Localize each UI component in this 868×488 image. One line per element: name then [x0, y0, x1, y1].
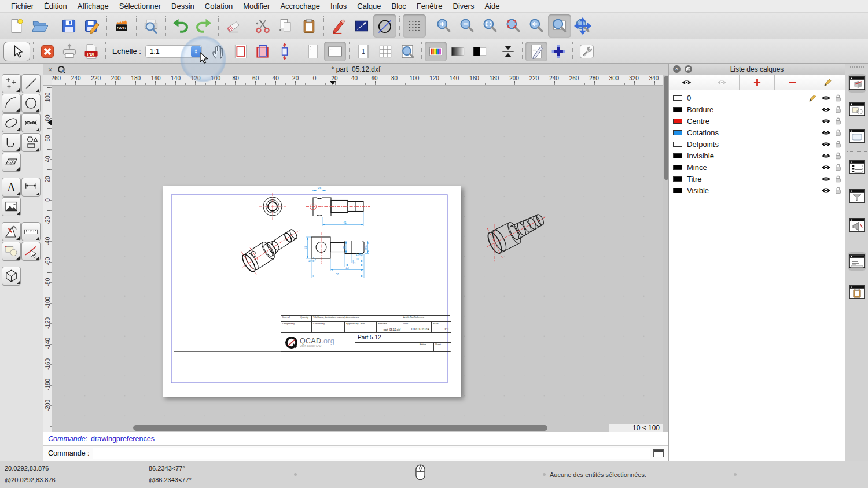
zoom-out-button[interactable] [455, 14, 479, 38]
polyline-tools-button[interactable] [2, 133, 21, 152]
layer-color-swatch[interactable] [673, 130, 682, 135]
dock-drag-handle[interactable] [850, 66, 864, 68]
layer-visibility-eye-icon[interactable] [821, 95, 831, 101]
spline-tools-button[interactable] [21, 113, 41, 132]
drawing-preferences-button[interactable] [525, 42, 547, 61]
horizontal-scrollbar[interactable]: 10 < 100 [52, 424, 663, 432]
print-preview-button[interactable] [139, 14, 163, 38]
viewport-arrows-button[interactable] [274, 42, 296, 61]
point-tools-button[interactable] [2, 74, 21, 93]
layer-visibility-eye-icon[interactable] [821, 176, 831, 182]
zoom-auto-button[interactable] [479, 14, 502, 38]
menu-modifier[interactable]: Modifier [238, 2, 275, 10]
grayscale-mode-button[interactable] [447, 42, 469, 61]
block-list-panel-icon[interactable] [848, 100, 866, 119]
layer-lock-icon[interactable] [835, 117, 841, 125]
layer-color-swatch[interactable] [673, 153, 682, 158]
layer-row-0[interactable]: 0 [669, 92, 845, 103]
ortho-circle-button[interactable] [373, 14, 396, 38]
hatch-tool-button[interactable] [2, 153, 21, 172]
redo-button[interactable] [192, 14, 215, 38]
line-tools-button[interactable] [21, 74, 41, 93]
zoom-window-button[interactable] [548, 14, 571, 38]
color-mode-button[interactable] [425, 42, 447, 61]
save-as-button[interactable] [80, 14, 104, 38]
layer-visibility-eye-icon[interactable] [821, 187, 831, 194]
block-tools-button[interactable] [2, 242, 21, 261]
new-file-button[interactable] [5, 14, 28, 38]
save-button[interactable] [57, 14, 80, 38]
layer-color-swatch[interactable] [673, 176, 682, 182]
menu-accrochage[interactable]: Accrochage [275, 2, 325, 10]
page-single-button[interactable]: 1 [352, 42, 374, 61]
layer-remove-button[interactable] [775, 75, 810, 90]
menu-affichage[interactable]: Affichage [72, 2, 114, 10]
notify-panel-icon[interactable] [848, 216, 866, 234]
layer-row-bordure[interactable]: Bordure [669, 103, 845, 115]
preview-panel-icon[interactable] [848, 127, 866, 145]
shape-tools-button[interactable] [21, 133, 41, 152]
eraser-button[interactable] [222, 14, 245, 38]
dimension-tools-button[interactable] [21, 178, 41, 197]
layer-panel-close-icon[interactable]: × [673, 65, 681, 73]
scale-combobox[interactable]: 1:1 ▲▼ [145, 45, 202, 58]
measure-tools-button[interactable] [21, 222, 41, 241]
layer-visibility-eye-icon[interactable] [821, 106, 831, 113]
arc-tools-button[interactable] [2, 94, 21, 113]
pan-hand-button[interactable] [208, 42, 230, 61]
app-preferences-button[interactable] [576, 42, 598, 61]
pan-zoom-button[interactable] [571, 14, 594, 38]
layer-color-swatch[interactable] [673, 142, 682, 147]
menu-bloc[interactable]: Bloc [386, 2, 411, 10]
reset-cancel-button[interactable] [36, 42, 58, 61]
circle-tools-button[interactable] [21, 94, 41, 113]
layer-color-swatch[interactable] [673, 165, 682, 170]
cut-button[interactable] [251, 14, 274, 38]
paper-border-button[interactable] [230, 42, 252, 61]
blackwhite-mode-button[interactable] [469, 42, 491, 61]
selection-pointer-button[interactable] [3, 42, 30, 61]
layer-lock-icon[interactable] [835, 151, 841, 160]
menu-calque[interactable]: Calque [352, 2, 386, 10]
layer-lock-icon[interactable] [835, 128, 841, 136]
copy-button[interactable] [274, 14, 297, 38]
vertical-scrollbar-thumb[interactable] [664, 76, 668, 180]
drafting-tools-button[interactable] [2, 222, 21, 241]
scale-stepper-icon[interactable]: ▲▼ [191, 46, 201, 57]
modify-tools-button[interactable] [21, 242, 41, 261]
property-editor-panel-icon[interactable] [848, 74, 866, 93]
menu-divers[interactable]: Divers [448, 2, 480, 10]
menu-dessin[interactable]: Dessin [166, 2, 200, 10]
page-grid-button[interactable] [374, 42, 396, 61]
zoom-page-button[interactable] [396, 42, 418, 61]
layer-row-titre[interactable]: Titre [669, 173, 845, 184]
layer-lock-icon[interactable] [835, 186, 841, 194]
image-tool-button[interactable] [2, 197, 21, 216]
command-line-panel-icon[interactable] [848, 252, 866, 271]
pdf-export-button[interactable]: PDF [80, 42, 102, 61]
layer-lock-icon[interactable] [835, 94, 841, 102]
menu-fentre[interactable]: Fenêtre [411, 2, 448, 10]
filter-panel-icon[interactable] [848, 187, 866, 205]
page-landscape-button[interactable] [324, 42, 346, 61]
solid-tools-button[interactable] [2, 267, 21, 286]
layer-color-swatch[interactable] [673, 107, 682, 112]
tool-matrix-button[interactable] [403, 14, 426, 38]
clipboard-panel-panel-icon[interactable] [848, 283, 866, 301]
zoom-in-button[interactable] [432, 14, 455, 38]
paste-button[interactable] [297, 14, 321, 38]
edit-properties-button[interactable] [327, 14, 350, 38]
command-input[interactable] [93, 448, 650, 459]
menu-cotation[interactable]: Cotation [200, 2, 238, 10]
print-button[interactable] [58, 42, 80, 61]
horizontal-scrollbar-thumb[interactable] [133, 425, 547, 431]
layer-row-visible[interactable]: Visible [669, 184, 845, 196]
layer-row-centre[interactable]: Centre [669, 115, 845, 127]
layer-add-button[interactable] [740, 75, 775, 90]
crosshair-button[interactable] [547, 42, 569, 61]
layer-lock-icon[interactable] [835, 163, 841, 171]
layer-row-cotations[interactable]: Cotations [669, 127, 845, 138]
menu-infos[interactable]: Infos [325, 2, 352, 10]
undo-button[interactable] [169, 14, 192, 38]
layer-row-mince[interactable]: Mince [669, 161, 845, 173]
